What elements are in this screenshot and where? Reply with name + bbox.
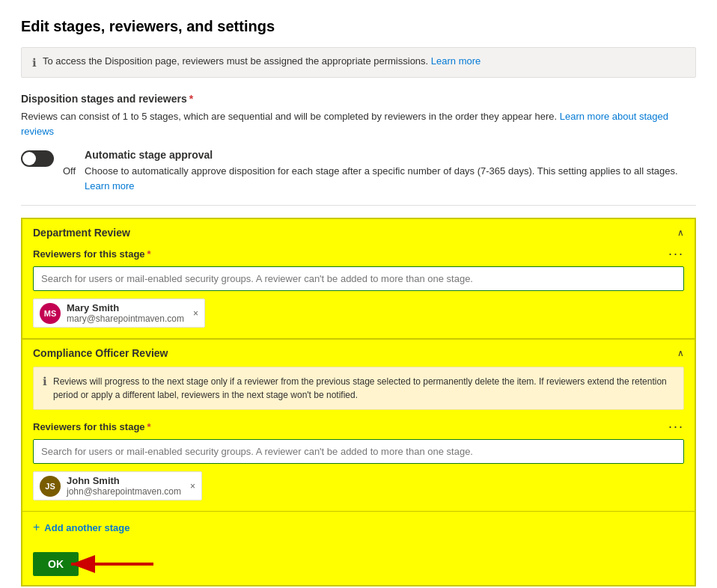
stage-2-body: ℹ Reviews will progress to the next stag… [22,367,695,511]
stages-container: Department Review ∧ Reviewers for this s… [21,218,696,587]
stage-1-body: Reviewers for this stage* ··· MS Mary Sm… [22,246,695,338]
stage-2-title: Compliance Officer Review [33,347,168,359]
stage-2-warning-banner: ℹ Reviews will progress to the next stag… [33,367,684,410]
info-icon: ℹ [32,56,37,70]
toggle-title: Automatic stage approval [85,149,696,161]
toggle-state-label: Off [63,165,76,177]
stage-1-reviewer-email-ms: mary@sharepointmaven.com [67,313,184,324]
stage-1-reviewer-name-ms: Mary Smith [67,302,184,313]
stage-2-remove-reviewer-js-button[interactable]: × [190,481,195,491]
stage-1-avatar-ms: MS [40,303,61,324]
stage-1-chevron-icon: ∧ [677,227,684,238]
add-stage-label: Add another stage [44,522,129,533]
stage-1-section: Department Review ∧ Reviewers for this s… [22,218,695,339]
stage-2-warning-icon: ℹ [43,375,47,388]
disposition-section: Disposition stages and reviewers* Review… [21,93,696,193]
toggle-description: Choose to automatically approve disposit… [85,164,696,193]
stage-2-reviewer-email-js: john@sharepointmaven.com [67,486,181,497]
stage-2-section: Compliance Officer Review ∧ ℹ Reviews wi… [22,339,695,512]
stage-2-required: * [147,421,151,432]
toggle-content: Automatic stage approval Choose to autom… [85,149,696,193]
stage-2-search-input[interactable] [33,439,684,464]
stage-2-warning-text: Reviews will progress to the next stage … [53,375,674,402]
stage-2-reviewers-label-row: Reviewers for this stage* ··· [33,419,684,435]
stage-1-reviewer-info-ms: Mary Smith mary@sharepointmaven.com [67,302,184,324]
stage-2-reviewers-label: Reviewers for this stage* [33,421,151,432]
stage-1-required: * [147,248,151,260]
add-stage-row[interactable]: + Add another stage [22,512,695,543]
section-divider [21,205,696,206]
stage-1-reviewers-label: Reviewers for this stage* [33,248,151,260]
stage-2-avatar-js: JS [40,476,61,497]
stage-1-more-options-button[interactable]: ··· [668,246,684,262]
info-banner: ℹ To access the Disposition page, review… [21,47,696,78]
stage-1-reviewers-label-row: Reviewers for this stage* ··· [33,246,684,262]
stage-2-chevron-icon: ∧ [677,348,684,358]
info-banner-text: To access the Disposition page, reviewer… [43,55,480,67]
auto-approval-toggle[interactable] [21,150,54,167]
stage-2-reviewer-name-js: John Smith [67,475,181,486]
stage-1-header[interactable]: Department Review ∧ [22,219,695,246]
auto-approval-toggle-row: Off Automatic stage approval Choose to a… [21,149,696,193]
stage-2-header[interactable]: Compliance Officer Review ∧ [22,340,695,367]
learn-more-link-top[interactable]: Learn more [431,55,480,67]
stage-2-more-options-button[interactable]: ··· [668,419,684,435]
stage-1-search-input[interactable] [33,266,684,291]
stage-1-title: Department Review [33,227,130,239]
required-indicator: * [189,93,193,105]
stage-2-reviewer-tag-js: JS John Smith john@sharepointmaven.com × [33,471,202,500]
stage-2-reviewer-info-js: John Smith john@sharepointmaven.com [67,475,181,497]
ok-button-container: OK [22,543,89,585]
stage-1-remove-reviewer-ms-button[interactable]: × [193,308,198,319]
stage-1-reviewer-tag-ms: MS Mary Smith mary@sharepointmaven.com × [33,298,205,328]
learn-more-toggle-link[interactable]: Learn more [85,180,134,192]
disposition-description: Reviews can consist of 1 to 5 stages, wh… [21,109,696,138]
red-arrow-indicator [67,553,157,575]
bottom-area: + Add another stage OK [22,512,695,586]
disposition-label: Disposition stages and reviewers* [21,93,696,105]
page-title: Edit stages, reviewers, and settings [21,18,696,35]
add-stage-icon: + [33,521,40,534]
